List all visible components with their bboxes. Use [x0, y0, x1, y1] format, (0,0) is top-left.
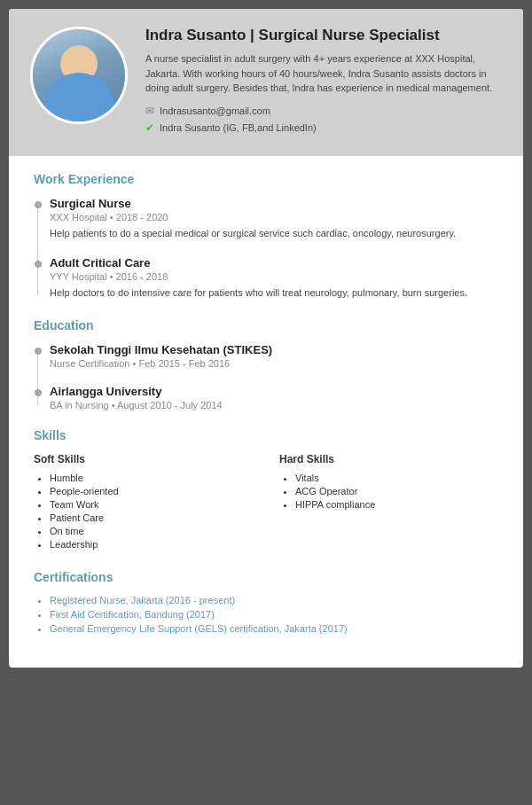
hard-skill-3: HIPPA compliance [295, 499, 498, 510]
work-desc-2: Help doctors to do intensive care for pa… [50, 285, 498, 301]
soft-skills-list: Humble People-oriented Team Work Patient… [34, 473, 253, 550]
resume-body: Work Experience Surgical Nurse XXX Hospi… [9, 156, 523, 668]
resume-container: Indra Susanto | Surgical Nurse Specialis… [9, 9, 523, 668]
certifications-title: Certifications [34, 570, 498, 584]
work-subtitle-1: XXX Hospital • 2018 - 2020 [50, 212, 498, 223]
avatar [30, 27, 128, 124]
soft-skill-5: On time [50, 526, 253, 536]
hard-skills-list: Vitals ACG Operator HIPPA compliance [279, 473, 498, 510]
education-title: Education [34, 318, 498, 332]
hard-skill-2: ACG Operator [295, 486, 498, 496]
work-experience-section: Work Experience Surgical Nurse XXX Hospi… [34, 172, 498, 301]
soft-skill-3: Team Work [50, 499, 253, 510]
edu-dot-2 [35, 389, 42, 396]
timeline-dot-1 [35, 201, 42, 208]
cert-2: First Aid Certification, Bandung (2017) [50, 609, 498, 620]
email-text: Indrasusanto@gmail.com [160, 106, 270, 116]
work-desc-1: Help patients to do a special medical or… [50, 226, 498, 241]
work-item-1: Surgical Nurse XXX Hospital • 2018 - 202… [50, 197, 498, 241]
hard-skill-1: Vitals [295, 473, 498, 483]
certifications-section: Certifications Registered Nurse, Jakarta… [34, 570, 498, 634]
work-item-2: Adult Critical Care YYY Hospital • 2016 … [50, 256, 498, 301]
person-bio: A nurse specialist in adult surgery with… [145, 51, 502, 96]
soft-skill-4: Patient Care [50, 512, 253, 523]
work-title-1: Surgical Nurse [50, 197, 498, 210]
skills-title: Skills [34, 428, 498, 442]
person-name: Indra Susanto | Surgical Nurse Specialis… [145, 27, 502, 44]
header-info: Indra Susanto | Surgical Nurse Specialis… [145, 27, 502, 138]
edu-subtitle-2: BA in Nursing • August 2010 - July 2014 [50, 400, 498, 410]
soft-skill-6: Leadership [50, 539, 253, 550]
education-timeline: Sekolah Tinggi Ilmu Kesehatan (STIKES) N… [34, 343, 498, 410]
work-experience-title: Work Experience [34, 172, 498, 186]
email-icon: ✉ [145, 105, 154, 117]
soft-skills-col: Soft Skills Humble People-oriented Team … [34, 453, 253, 552]
skills-section: Skills Soft Skills Humble People-oriente… [34, 428, 498, 552]
soft-skill-1: Humble [50, 473, 253, 483]
work-subtitle-2: YYY Hospital • 2016 - 2018 [50, 271, 498, 282]
cert-3: General Emergency Life Support (GELS) ce… [50, 623, 498, 634]
edu-item-1: Sekolah Tinggi Ilmu Kesehatan (STIKES) N… [50, 343, 498, 369]
social-contact: ✔ Indra Susanto (IG, FB,and LinkedIn) [145, 121, 502, 134]
soft-skill-2: People-oriented [50, 486, 253, 496]
edu-title-2: Airlangga University [50, 385, 498, 398]
header-section: Indra Susanto | Surgical Nurse Specialis… [9, 9, 523, 156]
skills-grid: Soft Skills Humble People-oriented Team … [34, 453, 498, 552]
hard-skills-title: Hard Skills [279, 453, 498, 465]
social-text: Indra Susanto (IG, FB,and LinkedIn) [160, 122, 317, 133]
email-contact: ✉ Indrasusanto@gmail.com [145, 105, 502, 117]
cert-1: Registered Nurse, Jakarta (2016 - presen… [50, 595, 498, 606]
certifications-list: Registered Nurse, Jakarta (2016 - presen… [34, 595, 498, 634]
edu-dot-1 [35, 348, 42, 355]
hard-skills-col: Hard Skills Vitals ACG Operator HIPPA co… [279, 453, 498, 552]
timeline-dot-2 [35, 261, 42, 268]
edu-subtitle-1: Nurse Certification • Feb 2015 - Feb 201… [50, 358, 498, 369]
education-section: Education Sekolah Tinggi Ilmu Kesehatan … [34, 318, 498, 410]
work-experience-timeline: Surgical Nurse XXX Hospital • 2018 - 202… [34, 197, 498, 301]
work-title-2: Adult Critical Care [50, 256, 498, 270]
edu-title-1: Sekolah Tinggi Ilmu Kesehatan (STIKES) [50, 343, 498, 356]
soft-skills-title: Soft Skills [34, 453, 253, 465]
verified-icon: ✔ [145, 121, 154, 134]
edu-item-2: Airlangga University BA in Nursing • Aug… [50, 385, 498, 410]
